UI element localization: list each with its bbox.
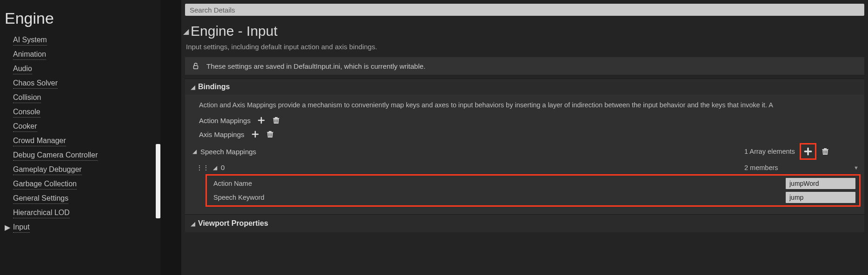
- sidebar-item-label: AI System: [13, 35, 47, 46]
- panel-divider: [160, 0, 181, 275]
- sidebar-item-label: Animation: [13, 49, 46, 60]
- sidebar-item-label: Chaos Solver: [13, 78, 58, 89]
- sidebar-item-label: Debug Camera Controller: [13, 150, 98, 161]
- speech-keyword-input[interactable]: [786, 192, 855, 203]
- sidebar-item-audio[interactable]: Audio: [0, 62, 160, 76]
- sidebar-item-garbage-collection[interactable]: Garbage Collection: [0, 177, 160, 191]
- sidebar-item-ai-system[interactable]: AI System: [0, 33, 160, 47]
- sidebar-item-input[interactable]: ▶ Input: [0, 220, 160, 235]
- property-row-speech-keyword: Speech Keyword: [207, 190, 859, 204]
- dropdown-triangle-icon[interactable]: ▼: [854, 165, 859, 170]
- add-speech-mapping-highlight: [800, 143, 816, 160]
- banner-text: These settings are saved in DefaultInput…: [206, 62, 425, 70]
- clear-action-mappings-button[interactable]: [272, 116, 280, 124]
- array-count-text: 1 Array elements: [744, 148, 795, 155]
- speech-mapping-properties-highlight: Action Name Speech Keyword: [205, 174, 861, 207]
- axis-mappings-row: Axis Mappings: [185, 127, 864, 141]
- property-label: Speech Keyword: [213, 194, 786, 201]
- sidebar-item-label: Input: [13, 222, 30, 233]
- sidebar-item-label: General Settings: [13, 193, 68, 204]
- sidebar-item-label: Garbage Collection: [13, 179, 77, 190]
- sidebar-item-label: Console: [13, 107, 40, 118]
- collapse-triangle-icon: ◢: [191, 84, 195, 91]
- clear-axis-mappings-button[interactable]: [266, 130, 274, 138]
- unlock-icon: [192, 62, 200, 70]
- sidebar-heading-engine: Engine: [0, 5, 160, 33]
- members-count-text: 2 members: [744, 164, 778, 171]
- array-index-label: 0: [221, 164, 225, 171]
- search-details-input[interactable]: Search Details: [185, 4, 864, 16]
- collapse-triangle-icon[interactable]: ◢: [213, 164, 217, 171]
- collapse-triangle-icon: ◢: [191, 220, 195, 227]
- property-label: Action Name: [213, 180, 786, 187]
- sidebar-item-label: Crowd Manager: [13, 136, 66, 146]
- add-speech-mapping-button[interactable]: [803, 146, 813, 157]
- sidebar-item-label: Cooker: [13, 121, 37, 132]
- sidebar-item-label: Audio: [13, 64, 32, 74]
- writable-info-banner: These settings are saved in DefaultInput…: [185, 57, 864, 75]
- expand-triangle-icon: ▶: [5, 223, 13, 233]
- sidebar-item-chaos-solver[interactable]: Chaos Solver: [0, 76, 160, 91]
- sidebar-item-general-settings[interactable]: General Settings: [0, 191, 160, 206]
- category-header-viewport-properties[interactable]: ◢ Viewport Properties: [185, 214, 864, 232]
- property-row-action-name: Action Name: [207, 177, 859, 190]
- category-title: Bindings: [198, 83, 230, 91]
- bindings-description: Action and Axis Mappings provide a mecha…: [185, 98, 864, 113]
- svg-rect-0: [194, 65, 198, 69]
- sidebar-item-animation[interactable]: Animation: [0, 47, 160, 62]
- sidebar-item-debug-camera-controller[interactable]: Debug Camera Controller: [0, 148, 160, 163]
- speech-mappings-label: Speech Mappings: [200, 148, 256, 156]
- sidebar-scrollbar-thumb[interactable]: [156, 144, 160, 218]
- speech-mapping-item-0: ⋮⋮ ◢ 0 2 members ▼: [185, 162, 864, 173]
- sidebar-item-label: Hierarchical LOD: [13, 208, 70, 218]
- category-header-bindings[interactable]: ◢ Bindings: [185, 79, 864, 95]
- collapse-triangle-icon[interactable]: ◢: [192, 148, 197, 155]
- details-panel: Search Details ◢ Engine - Input Input se…: [181, 0, 868, 275]
- clear-speech-mappings-button[interactable]: [821, 147, 829, 156]
- sidebar-item-cooker[interactable]: Cooker: [0, 119, 160, 134]
- sidebar-item-collision[interactable]: Collision: [0, 91, 160, 105]
- sidebar-item-console[interactable]: Console: [0, 105, 160, 119]
- add-axis-mapping-button[interactable]: [251, 130, 259, 138]
- add-action-mapping-button[interactable]: [257, 116, 265, 124]
- settings-sidebar: Engine AI System Animation Audio Chaos S…: [0, 0, 160, 275]
- collapse-triangle-icon[interactable]: ◢: [183, 27, 189, 36]
- sidebar-item-hierarchical-lod[interactable]: Hierarchical LOD: [0, 206, 160, 220]
- action-name-input[interactable]: [786, 178, 855, 189]
- speech-mappings-row: ◢ Speech Mappings 1 Array elements: [185, 141, 864, 162]
- category-title: Viewport Properties: [198, 219, 268, 228]
- sidebar-item-crowd-manager[interactable]: Crowd Manager: [0, 134, 160, 148]
- page-description: Input settings, including default input …: [181, 40, 868, 55]
- action-mappings-row: Action Mappings: [185, 113, 864, 127]
- sidebar-item-gameplay-debugger[interactable]: Gameplay Debugger: [0, 163, 160, 177]
- search-placeholder-text: Search Details: [190, 6, 235, 14]
- action-mappings-label: Action Mappings: [199, 117, 251, 124]
- page-title: Engine - Input: [191, 23, 278, 39]
- sidebar-item-label: Collision: [13, 92, 41, 103]
- sidebar-item-label: Gameplay Debugger: [13, 164, 82, 175]
- drag-handle-icon[interactable]: ⋮⋮: [196, 164, 209, 171]
- axis-mappings-label: Axis Mappings: [199, 131, 245, 138]
